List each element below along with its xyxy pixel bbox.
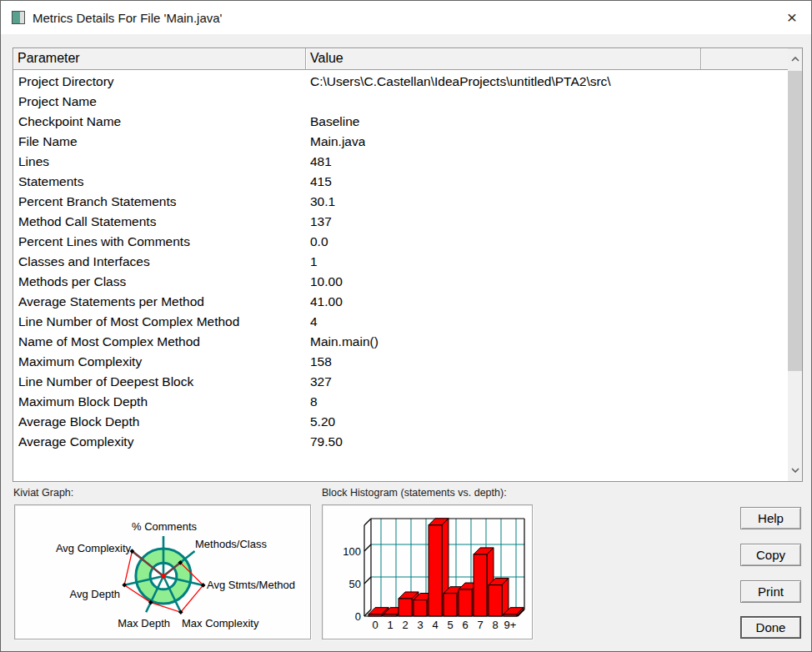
bar-front-face (368, 614, 382, 616)
kiviat-axis-label: Avg Stmts/Method (207, 579, 295, 591)
kiviat-axis-label: Avg Complexity (56, 542, 132, 554)
bar-front-face (398, 599, 412, 616)
param-cell: Average Statements per Method (13, 294, 306, 309)
kiviat-axis-label: Max Depth (118, 617, 170, 629)
value-cell: 30.1 (306, 194, 335, 209)
x-tick-label: 9+ (504, 619, 517, 631)
table-row[interactable]: Name of Most Complex MethodMain.main() (13, 332, 788, 352)
value-cell: 327 (306, 374, 332, 389)
value-cell: C:\Users\C.Castellan\IdeaProjects\untitl… (306, 74, 611, 89)
table-row[interactable]: Lines481 (13, 152, 788, 172)
bar-front-face (504, 614, 517, 616)
bar-front-face (444, 594, 457, 616)
kiviat-caption: Kiviat Graph: (13, 487, 73, 499)
value-cell: 10.00 (306, 274, 343, 289)
param-cell: File Name (13, 134, 306, 149)
table-header-empty (701, 48, 788, 70)
kiviat-center-marker (162, 574, 166, 579)
x-tick-label: 5 (447, 619, 453, 631)
table-row[interactable]: Project Name (13, 92, 788, 112)
scrollbar-track[interactable] (788, 70, 802, 459)
y-tick-label: 50 (349, 578, 361, 590)
x-tick-label: 4 (432, 619, 438, 631)
done-button[interactable]: Done (740, 616, 801, 639)
value-cell: 8 (306, 394, 318, 409)
value-cell: Baseline (306, 114, 359, 129)
value-cell: 415 (306, 174, 332, 189)
param-cell: Checkpoint Name (13, 114, 306, 129)
param-cell: Average Complexity (13, 434, 306, 449)
table-header-parameter[interactable]: Parameter (13, 48, 306, 70)
print-button[interactable]: Print (740, 580, 801, 603)
table-row[interactable]: Average Complexity79.50 (13, 432, 788, 452)
scroll-up-button[interactable] (788, 48, 802, 70)
x-tick-label: 6 (462, 619, 468, 631)
param-cell: Maximum Block Depth (13, 394, 306, 409)
kiviat-graph: % CommentsMethods/ClassAvg Stmts/MethodM… (14, 504, 311, 639)
bar-front-face (429, 525, 442, 616)
table-header: Parameter Value (13, 48, 788, 70)
value-cell: 79.50 (306, 434, 343, 449)
value-cell: 4 (306, 314, 318, 329)
table-row[interactable]: Project DirectoryC:\Users\C.Castellan\Id… (13, 72, 788, 92)
table-row[interactable]: Line Number of Most Complex Method4 (13, 312, 788, 332)
metrics-table: Parameter Value Project DirectoryC:\User… (13, 48, 803, 482)
table-row[interactable]: Method Call Statements137 (13, 212, 788, 232)
value-cell: 0.0 (306, 234, 328, 249)
x-tick-label: 0 (372, 619, 378, 631)
value-cell: Main.main() (306, 334, 378, 349)
bar-front-face (489, 585, 502, 616)
metrics-table-main: Parameter Value Project DirectoryC:\User… (13, 48, 788, 481)
param-cell: Statements (13, 174, 306, 189)
scrollbar-thumb[interactable] (788, 71, 802, 371)
histogram-caption: Block Histogram (statements vs. depth): (322, 487, 507, 499)
y-tick-label: 0 (355, 610, 361, 623)
close-button[interactable]: × (773, 1, 811, 34)
y-tick (364, 577, 371, 584)
kiviat-axis-label: Avg Depth (70, 588, 120, 600)
param-cell: Name of Most Complex Method (13, 334, 306, 349)
table-row[interactable]: Percent Branch Statements30.1 (13, 192, 788, 212)
table-row[interactable]: Classes and Interfaces1 (13, 252, 788, 272)
param-cell: Methods per Class (13, 274, 306, 289)
x-tick-label: 8 (492, 619, 498, 631)
table-row[interactable]: Methods per Class10.00 (13, 272, 788, 292)
table-row[interactable]: File NameMain.java (13, 132, 788, 152)
vertical-scrollbar[interactable] (788, 48, 802, 481)
x-tick-label: 1 (387, 619, 393, 631)
table-row[interactable]: Average Block Depth5.20 (13, 412, 788, 432)
param-cell: Method Call Statements (13, 214, 306, 229)
table-row[interactable]: Maximum Block Depth8 (13, 392, 788, 412)
table-row[interactable]: Maximum Complexity158 (13, 352, 788, 372)
help-button[interactable]: Help (740, 507, 801, 529)
table-header-value[interactable]: Value (306, 48, 701, 70)
chevron-up-icon (791, 57, 799, 62)
table-rows: Project DirectoryC:\Users\C.Castellan\Id… (13, 70, 788, 481)
kiviat-axis-label: % Comments (132, 520, 198, 533)
table-row[interactable]: Statements415 (13, 172, 788, 192)
title-bar[interactable]: Metrics Details For File 'Main.java' × (1, 1, 811, 34)
value-cell: 41.00 (306, 294, 343, 309)
table-row[interactable]: Average Statements per Method41.00 (13, 292, 788, 312)
param-cell: Average Block Depth (13, 414, 306, 429)
param-cell: Classes and Interfaces (13, 254, 306, 269)
chevron-down-icon (791, 468, 799, 473)
bar-front-face (474, 554, 487, 616)
value-cell: 1 (306, 254, 318, 269)
app-icon (12, 11, 25, 24)
table-row[interactable]: Checkpoint NameBaseline (13, 112, 788, 132)
table-row[interactable]: Percent Lines with Comments0.0 (13, 232, 788, 252)
table-row[interactable]: Line Number of Deepest Block327 (13, 372, 788, 392)
kiviat-axis-label: Max Complexity (182, 617, 259, 629)
block-histogram: 0501000123456789+ (322, 504, 533, 639)
y-tick-label: 100 (343, 545, 361, 558)
x-tick-label: 2 (402, 619, 408, 631)
histogram-bar (489, 579, 509, 616)
copy-button[interactable]: Copy (740, 544, 801, 566)
dialog-title: Metrics Details For File 'Main.java' (33, 11, 222, 25)
value-cell: 5.20 (306, 414, 335, 429)
scroll-down-button[interactable] (788, 459, 802, 481)
param-cell: Project Directory (13, 74, 306, 89)
y-tick (364, 544, 371, 551)
histogram-chart: 0501000123456789+ (323, 505, 532, 639)
